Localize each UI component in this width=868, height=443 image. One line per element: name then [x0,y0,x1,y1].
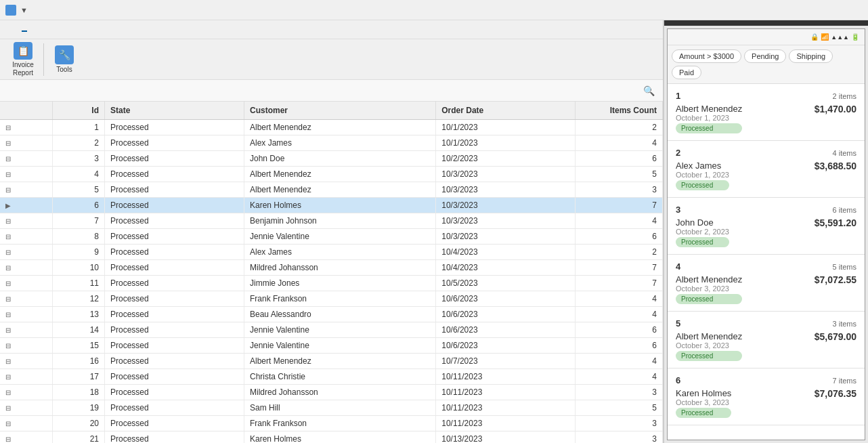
row-expand-btn[interactable]: ⊟ [0,291,52,307]
tools-label: Tools [56,66,72,73]
order-card[interactable]: 2 4 items Alex James October 1, 2023 Pro… [668,141,865,198]
table-row[interactable]: ⊟ 15 Processed Jennie Valentine 10/6/202… [0,338,663,354]
row-expand-btn[interactable]: ⊟ [0,229,52,245]
cell-state: Processed [105,213,244,229]
row-expand-btn[interactable]: ⊟ [0,338,52,354]
filter-shipping[interactable]: Shipping [789,49,833,63]
col-header-items[interactable]: Items Count [576,102,663,120]
table-row[interactable]: ⊟ 7 Processed Benjamin Johnson 10/3/2023… [0,213,663,229]
cell-state: Processed [105,260,244,276]
table-row[interactable]: ⊟ 18 Processed Mildred Johansson 10/11/2… [0,385,663,400]
invoice-report-button[interactable]: 📋 InvoiceReport [5,42,41,77]
row-expand-btn[interactable]: ⊟ [0,354,52,369]
order-status: Processed [676,180,729,190]
right-panel: 🔒 📶 ▲▲▲ 🔋 Amount > $3000 Pending Shippin… [664,20,868,443]
row-expand-btn[interactable]: ⊟ [0,182,52,198]
row-expand-btn[interactable]: ⊟ [0,135,52,151]
filter-amount[interactable]: Amount > $3000 [672,49,741,63]
col-header-state[interactable]: State [105,102,244,120]
group-bar: 🔍 [0,80,663,102]
cell-items: 4 [576,354,663,369]
order-amount: $5,679.00 [815,331,856,342]
menu-home[interactable] [22,28,27,32]
cell-id: 6 [52,198,104,213]
menu-file[interactable] [5,28,11,31]
filter-bar: Amount > $3000 Pending Shipping Paid [668,45,865,84]
tools-button[interactable]: 🔧 Tools [47,42,82,77]
table-row[interactable]: ⊟ 14 Processed Jennie Valentine 10/6/202… [0,322,663,338]
table-row[interactable]: ⊟ 8 Processed Jennie Valentine 10/3/2023… [0,229,663,245]
row-expand-btn[interactable]: ⊟ [0,369,52,385]
cell-customer: Jennie Valentine [244,322,436,338]
table-row[interactable]: ⊟ 9 Processed Alex James 10/4/2023 2 [0,245,663,260]
order-number: 2 [676,148,680,158]
row-expand-btn[interactable]: ⊟ [0,400,52,416]
row-expand-btn[interactable]: ⊟ [0,213,52,229]
row-expand-btn[interactable]: ⊟ [0,416,52,431]
cell-state: Processed [105,276,244,291]
battery-icon: 🔋 [851,33,859,41]
filter-paid[interactable]: Paid [672,66,701,79]
table-row[interactable]: ⊟ 17 Processed Christa Christie 10/11/20… [0,369,663,385]
row-expand-btn[interactable]: ⊟ [0,307,52,322]
cell-state: Processed [105,431,244,444]
row-expand-btn[interactable]: ⊟ [0,385,52,400]
orders-table: Id State Customer Order Date Items Count… [0,102,663,443]
order-card-header: 2 4 items [676,148,856,158]
cell-customer: Sam Hill [244,400,436,416]
cell-items: 3 [576,182,663,198]
table-row[interactable]: ⊟ 16 Processed Albert Menendez 10/7/2023… [0,354,663,369]
filter-pending[interactable]: Pending [744,49,786,63]
table-row[interactable]: ⊟ 21 Processed Karen Holmes 10/13/2023 3 [0,431,663,444]
minimize-button[interactable] [800,3,819,17]
col-header-id-num[interactable]: Id [52,102,104,120]
cell-id: 10 [52,260,104,276]
table-row[interactable]: ⊟ 2 Processed Alex James 10/1/2023 4 [0,135,663,151]
table-container[interactable]: Id State Customer Order Date Items Count… [0,102,663,443]
order-card[interactable]: 6 7 items Karen Holmes October 3, 2023 P… [668,368,865,425]
table-row[interactable]: ⊟ 19 Processed Sam Hill 10/11/2023 5 [0,400,663,416]
cell-items: 3 [576,431,663,444]
col-header-date[interactable]: Order Date [436,102,576,120]
order-card[interactable]: 4 5 items Albert Menendez October 3, 202… [668,255,865,312]
table-row[interactable]: ▶ 6 Processed Karen Holmes 10/3/2023 7 [0,198,663,213]
order-amount: $5,591.20 [815,217,856,228]
cell-id: 5 [52,182,104,198]
left-panel: 📋 InvoiceReport 🔧 Tools 🔍 Id State [0,20,664,443]
orders-list[interactable]: 1 2 items Albert Menendez October 1, 202… [668,84,865,440]
table-row[interactable]: ⊟ 11 Processed Jimmie Jones 10/5/2023 7 [0,276,663,291]
row-expand-btn[interactable]: ⊟ [0,322,52,338]
toolbar: 📋 InvoiceReport 🔧 Tools [0,39,663,80]
close-button[interactable] [844,3,863,17]
order-card-left: Alex James October 1, 2023 Processed [676,161,729,190]
table-row[interactable]: ⊟ 13 Processed Beau Alessandro 10/6/2023… [0,307,663,322]
table-row[interactable]: ⊟ 4 Processed Albert Menendez 10/3/2023 … [0,167,663,182]
table-row[interactable]: ⊟ 5 Processed Albert Menendez 10/3/2023 … [0,182,663,198]
cell-state: Processed [105,182,244,198]
main-layout: 📋 InvoiceReport 🔧 Tools 🔍 Id State [0,20,868,443]
row-expand-btn[interactable]: ⊟ [0,431,52,444]
table-row[interactable]: ⊟ 3 Processed John Doe 10/2/2023 6 [0,151,663,167]
order-card[interactable]: 1 2 items Albert Menendez October 1, 202… [668,84,865,141]
row-expand-btn[interactable]: ⊟ [0,276,52,291]
order-amount: $7,072.55 [815,274,856,285]
row-expand-btn[interactable]: ⊟ [0,260,52,276]
cell-state: Processed [105,369,244,385]
row-expand-btn[interactable]: ⊟ [0,151,52,167]
row-expand-btn[interactable]: ▶ [0,198,52,213]
table-row[interactable]: ⊟ 10 Processed Mildred Johansson 10/4/20… [0,260,663,276]
restore-button[interactable] [822,3,841,17]
table-row[interactable]: ⊟ 12 Processed Frank Frankson 10/6/2023 … [0,291,663,307]
table-row[interactable]: ⊟ 20 Processed Frank Frankson 10/11/2023… [0,416,663,431]
order-card[interactable]: 3 6 items John Doe October 2, 2023 Proce… [668,198,865,255]
order-card[interactable]: 5 3 items Albert Menendez October 3, 202… [668,312,865,368]
col-header-id[interactable] [0,102,52,120]
cell-items: 7 [576,198,663,213]
row-expand-btn[interactable]: ⊟ [0,120,52,135]
row-expand-btn[interactable]: ⊟ [0,245,52,260]
order-card-body: John Doe October 2, 2023 Processed $5,59… [676,217,856,247]
row-expand-btn[interactable]: ⊟ [0,167,52,182]
col-header-customer[interactable]: Customer [244,102,436,120]
search-button[interactable]: 🔍 [643,85,655,96]
table-row[interactable]: ⊟ 1 Processed Albert Menendez 10/1/2023 … [0,120,663,135]
